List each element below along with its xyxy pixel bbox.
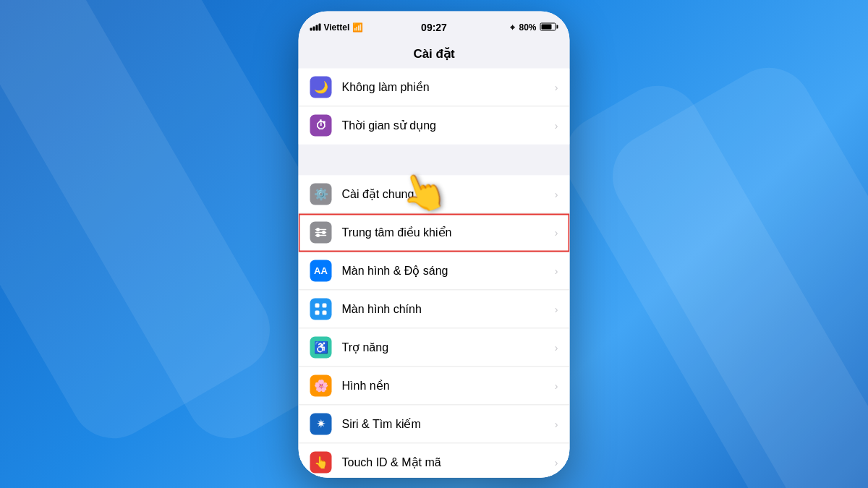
chevron-icon: › [555, 226, 558, 238]
chevron-icon: › [555, 456, 558, 468]
row-siri-tim-kiem[interactable]: ✴ Siri & Tìm kiếm › [299, 405, 570, 443]
chevron-icon: › [555, 418, 558, 429]
touch-id-mat-ma-label: Touch ID & Mật mã [342, 455, 555, 469]
siri-tim-kiem-icon: ✴ [310, 413, 332, 435]
row-man-hinh-do-sang[interactable]: AA Màn hình & Độ sáng › [299, 252, 570, 290]
chevron-icon: › [555, 188, 558, 200]
tro-nang-label: Trợ năng [342, 341, 555, 354]
man-hinh-do-sang-label: Màn hình & Độ sáng [342, 264, 555, 278]
location-icon: ⌖ [510, 22, 515, 32]
settings-section-1: 🌙 Không làm phiền › ⏱ Thời gian sử dụng … [299, 68, 570, 144]
chevron-icon: › [555, 265, 558, 276]
page-title: Cài đặt [299, 43, 570, 68]
svg-rect-11 [315, 310, 320, 314]
hinh-nen-icon: 🌸 [310, 374, 332, 396]
status-time: 09:27 [421, 21, 447, 33]
row-tro-nang[interactable]: ♿ Trợ năng › [299, 328, 570, 367]
khong-lam-phien-icon: 🌙 [310, 76, 332, 98]
carrier-name: Viettel [324, 22, 350, 32]
svg-rect-9 [315, 303, 320, 307]
settings-group-1: 🌙 Không làm phiền › ⏱ Thời gian sử dụng … [299, 68, 570, 144]
man-hinh-do-sang-icon: AA [310, 260, 332, 281]
settings-section-2: ⚙️ Cài đặt chung › [299, 175, 570, 477]
row-trung-tam-dieu-khien[interactable]: Trung tâm điều khiển › [299, 213, 570, 252]
phone-frame: Viettel 📶 09:27 ⌖ 80% Cài đặt 🌙 [299, 11, 570, 477]
row-thoi-gian-su-dung[interactable]: ⏱ Thời gian sử dụng › [299, 106, 570, 144]
touch-id-mat-ma-icon: 👆 [310, 451, 332, 473]
chevron-icon: › [555, 119, 558, 131]
chevron-icon: › [555, 380, 558, 391]
cai-dat-chung-icon: ⚙️ [310, 183, 332, 205]
battery-percent: 80% [519, 22, 536, 32]
settings-group-2: ⚙️ Cài đặt chung › [299, 175, 570, 477]
khong-lam-phien-label: Không làm phiền [342, 80, 555, 94]
siri-tim-kiem-label: Siri & Tìm kiếm [342, 417, 555, 431]
grid-svg [315, 302, 328, 315]
tro-nang-icon: ♿ [310, 336, 332, 358]
wifi-icon: 📶 [352, 22, 363, 32]
man-hinh-chinh-icon [310, 298, 332, 320]
trung-tam-dieu-khien-label: Trung tâm điều khiển [342, 226, 555, 239]
chevron-icon: › [555, 303, 558, 314]
row-khong-lam-phien[interactable]: 🌙 Không làm phiền › [299, 68, 570, 106]
thoi-gian-su-dung-icon: ⏱ [310, 114, 332, 136]
chevron-icon: › [555, 341, 558, 353]
row-cai-dat-chung[interactable]: ⚙️ Cài đặt chung › [299, 175, 570, 213]
section-divider [299, 150, 570, 175]
thoi-gian-su-dung-label: Thời gian sử dụng [342, 119, 555, 132]
status-bar: Viettel 📶 09:27 ⌖ 80% [299, 11, 570, 43]
man-hinh-chinh-label: Màn hình chính [342, 302, 555, 315]
row-hinh-nen[interactable]: 🌸 Hình nền › [299, 367, 570, 405]
row-man-hinh-chinh[interactable]: Màn hình chính › [299, 290, 570, 328]
carrier-signal: Viettel 📶 [310, 22, 364, 32]
status-indicators: ⌖ 80% [510, 22, 558, 32]
settings-list: 🌙 Không làm phiền › ⏱ Thời gian sử dụng … [299, 68, 570, 477]
row-touch-id-mat-ma[interactable]: 👆 Touch ID & Mật mã › [299, 443, 570, 477]
signal-icon [310, 23, 321, 30]
sliders-svg [315, 226, 328, 239]
battery-icon [540, 23, 558, 31]
chevron-icon: › [555, 81, 558, 93]
svg-rect-12 [323, 310, 327, 314]
trung-tam-dieu-khien-icon [310, 221, 332, 243]
cai-dat-chung-label: Cài đặt chung [342, 187, 555, 201]
hinh-nen-label: Hình nền [342, 379, 555, 393]
svg-rect-10 [323, 303, 327, 307]
